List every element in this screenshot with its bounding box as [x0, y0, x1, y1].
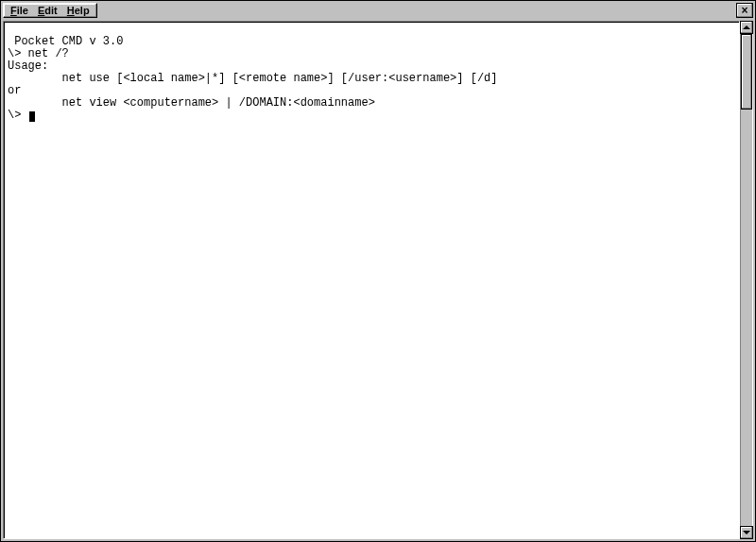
terminal-line: \> net /? — [8, 47, 69, 60]
menu-file[interactable]: File — [6, 4, 33, 17]
cursor — [29, 111, 35, 122]
terminal-output[interactable]: Pocket CMD v 3.0 \> net /? Usage: net us… — [3, 21, 740, 539]
scroll-thumb[interactable] — [741, 34, 752, 110]
close-button[interactable]: × — [736, 3, 753, 18]
terminal-line: or — [8, 84, 21, 97]
terminal-line: net view <computername> | /DOMAIN:<domai… — [8, 96, 375, 110]
prompt: \> — [8, 109, 28, 122]
menu-help[interactable]: Help — [62, 4, 94, 17]
terminal-line: net use [<local name>|*] [<remote name>]… — [8, 72, 497, 85]
menu-edit[interactable]: Edit — [33, 4, 62, 17]
scroll-down-button[interactable] — [740, 526, 753, 539]
terminal-line: Pocket CMD v 3.0 — [8, 35, 123, 48]
close-icon: × — [741, 5, 747, 16]
arrow-down-icon — [743, 531, 750, 534]
terminal-line: Usage: — [8, 59, 48, 73]
scroll-up-button[interactable] — [740, 21, 753, 34]
arrow-up-icon — [743, 25, 750, 29]
menubar: File Edit Help — [3, 3, 97, 18]
vertical-scrollbar[interactable] — [740, 21, 753, 539]
scroll-track[interactable] — [740, 34, 753, 526]
